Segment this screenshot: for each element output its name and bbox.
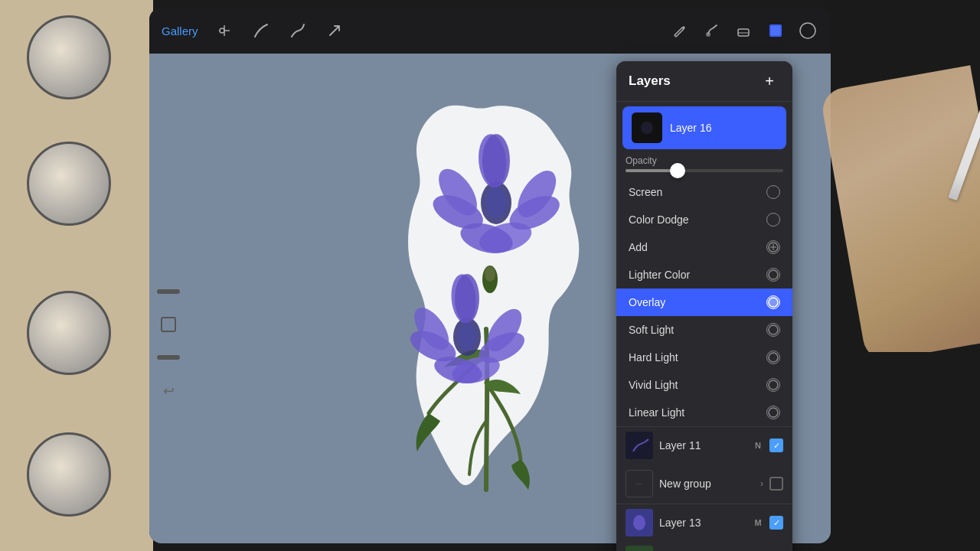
brush-tool-icon[interactable]	[701, 20, 722, 41]
layers-panel: Layers + Layer 16 Opacity Screen Color D…	[616, 61, 792, 551]
blend-overlay-icon	[766, 295, 780, 309]
toolbar: Gallery	[149, 8, 831, 54]
layers-panel-title: Layers	[629, 73, 671, 89]
layer-11-badge: N	[753, 441, 763, 450]
svg-point-35	[769, 298, 778, 307]
color-picker-icon[interactable]	[797, 20, 818, 41]
opacity-slider[interactable]	[626, 169, 783, 172]
svg-point-23	[455, 274, 479, 323]
layer-12-thumb	[626, 546, 653, 551]
active-layer-row[interactable]: Layer 16	[622, 106, 786, 149]
stylus	[948, 68, 980, 201]
blend-soft-light-icon	[766, 323, 780, 337]
layers-panel-header: Layers +	[616, 61, 792, 102]
svg-point-39	[769, 408, 778, 417]
blend-color-dodge-icon	[766, 213, 780, 227]
blend-mode-linear-light[interactable]: Linear Light	[616, 399, 792, 426]
svg-point-34	[769, 270, 778, 279]
new-group-thumb: ···	[626, 470, 653, 497]
layer-row-13[interactable]: Layer 13 M	[616, 504, 792, 541]
eraser-tool-icon[interactable]	[733, 20, 754, 41]
layer-row-11[interactable]: Layer 11 N	[616, 427, 792, 464]
tool-slider-1[interactable]	[157, 289, 180, 294]
svg-point-6	[800, 23, 815, 38]
blend-linear-light-icon	[766, 406, 780, 419]
svg-point-30	[641, 122, 653, 134]
layer-13-thumb	[626, 509, 653, 536]
opacity-fill	[626, 169, 673, 172]
svg-point-28	[485, 266, 495, 282]
pen-tool-icon[interactable]	[668, 20, 690, 41]
blend-mode-overlay[interactable]: Overlay	[616, 289, 792, 316]
smudge-icon[interactable]	[287, 20, 309, 41]
gallery-button[interactable]: Gallery	[162, 24, 198, 37]
blend-mode-screen[interactable]: Screen	[616, 178, 792, 206]
layer-row-12[interactable]: Layer 12 M	[616, 541, 792, 551]
layers-add-button[interactable]: +	[759, 70, 780, 92]
dial-4	[27, 432, 111, 517]
dial-2	[27, 142, 111, 226]
tool-slider-2[interactable]	[157, 355, 180, 360]
layer-11-name: Layer 11	[659, 439, 746, 452]
side-tools: ↩	[149, 99, 188, 543]
svg-rect-5	[771, 26, 780, 35]
pen-stroke-icon[interactable]	[250, 20, 272, 41]
svg-point-36	[769, 325, 778, 334]
tool-square-1[interactable]	[161, 317, 176, 332]
svg-point-37	[769, 353, 778, 362]
blend-mode-vivid-light[interactable]: Vivid Light	[616, 371, 792, 399]
toolbar-left: Gallery	[162, 20, 653, 41]
blend-mode-color-dodge[interactable]: Color Dodge	[616, 206, 792, 233]
svg-point-38	[769, 380, 778, 390]
opacity-thumb[interactable]	[670, 163, 685, 178]
layers-list: Layer 11 N ··· New group › Layer 13 M	[616, 426, 792, 551]
toolbar-right	[668, 20, 818, 41]
blend-mode-add[interactable]: Add	[616, 233, 792, 261]
blend-lighter-color-icon	[766, 268, 780, 282]
layer-11-thumb	[626, 432, 653, 459]
opacity-row: Opacity	[616, 149, 792, 178]
adjust-icon[interactable]	[214, 20, 235, 41]
undo-button[interactable]: ↩	[163, 383, 175, 399]
blend-add-icon	[766, 240, 780, 254]
hand-silhouette	[819, 65, 980, 352]
active-layer-name: Layer 16	[670, 122, 777, 134]
new-group-chevron: ›	[760, 478, 763, 489]
svg-point-42	[633, 515, 645, 530]
blend-modes-list: Screen Color Dodge Add Lighter Color Ove…	[616, 178, 792, 426]
new-group-name: New group	[659, 478, 754, 490]
svg-point-18	[458, 323, 476, 350]
layer-13-badge: M	[753, 518, 763, 527]
blend-screen-icon	[766, 185, 780, 199]
dial-1	[27, 15, 111, 99]
blend-vivid-light-icon	[766, 378, 780, 392]
svg-rect-43	[626, 546, 653, 551]
layers-panel-icon[interactable]	[765, 20, 786, 41]
background-photo	[0, 0, 153, 551]
layer-11-checkbox[interactable]	[769, 439, 783, 452]
layer-13-checkbox[interactable]	[769, 516, 783, 530]
flower-illustration	[368, 84, 612, 513]
blend-mode-lighter-color[interactable]: Lighter Color	[616, 261, 792, 289]
blend-mode-soft-light[interactable]: Soft Light	[616, 316, 792, 344]
blend-hard-light-icon	[766, 350, 780, 364]
dial-3	[27, 291, 111, 375]
layer-13-name: Layer 13	[659, 517, 746, 529]
svg-point-1	[706, 32, 710, 37]
svg-point-13	[482, 134, 510, 187]
opacity-label: Opacity	[626, 155, 783, 166]
new-group-row[interactable]: ··· New group ›	[616, 464, 792, 504]
arrow-tool-icon[interactable]	[324, 20, 345, 41]
svg-point-0	[220, 28, 224, 33]
active-layer-thumb	[632, 112, 662, 143]
svg-point-8	[485, 187, 507, 218]
new-group-checkbox[interactable]	[769, 477, 783, 491]
blend-mode-hard-light[interactable]: Hard Light	[616, 344, 792, 371]
